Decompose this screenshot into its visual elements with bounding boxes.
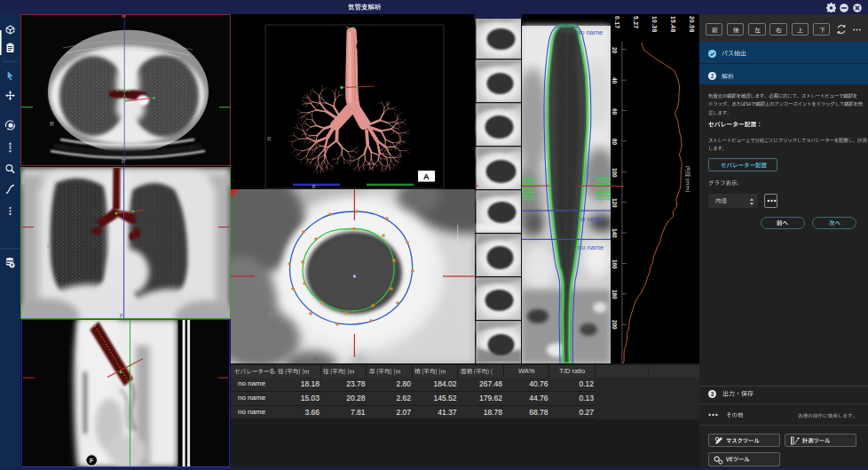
svg-text:F: F xyxy=(312,184,316,189)
svg-text:R: R xyxy=(268,312,272,318)
svg-text:A: A xyxy=(423,172,430,181)
svg-text:2: 2 xyxy=(710,73,714,79)
svg-text:A: A xyxy=(313,355,318,362)
svg-text:P: P xyxy=(122,158,125,164)
svg-text:R: R xyxy=(47,243,51,250)
svg-text:F: F xyxy=(90,457,93,463)
svg-text:R: R xyxy=(50,121,54,127)
svg-text:3: 3 xyxy=(710,391,714,397)
svg-text:R: R xyxy=(267,136,272,142)
